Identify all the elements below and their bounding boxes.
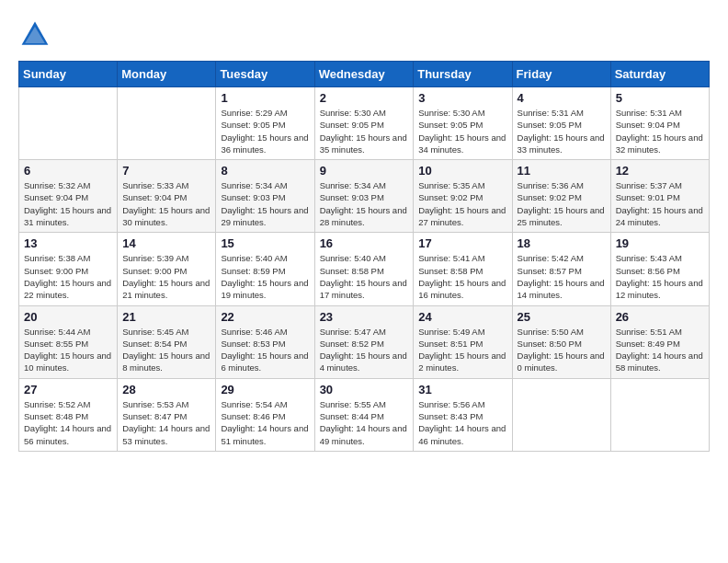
day-info: Sunrise: 5:55 AM Sunset: 8:44 PM Dayligh… — [320, 398, 409, 447]
calendar-cell: 4Sunrise: 5:31 AM Sunset: 9:05 PM Daylig… — [512, 87, 610, 160]
day-number: 4 — [518, 91, 606, 105]
calendar-cell: 26Sunrise: 5:51 AM Sunset: 8:49 PM Dayli… — [610, 305, 709, 378]
day-info: Sunrise: 5:40 AM Sunset: 8:58 PM Dayligh… — [320, 252, 409, 301]
header — [18, 18, 710, 52]
calendar-cell: 28Sunrise: 5:53 AM Sunset: 8:47 PM Dayli… — [118, 378, 216, 451]
day-number: 8 — [221, 164, 309, 178]
calendar-cell: 1Sunrise: 5:29 AM Sunset: 9:05 PM Daylig… — [216, 87, 314, 160]
calendar-header-monday: Monday — [118, 62, 216, 87]
day-number: 7 — [122, 164, 210, 178]
day-info: Sunrise: 5:33 AM Sunset: 9:04 PM Dayligh… — [122, 179, 210, 228]
calendar-cell: 15Sunrise: 5:40 AM Sunset: 8:59 PM Dayli… — [216, 233, 314, 305]
calendar-cell — [118, 87, 216, 160]
page: SundayMondayTuesdayWednesdayThursdayFrid… — [0, 0, 728, 470]
calendar-cell: 16Sunrise: 5:40 AM Sunset: 8:58 PM Dayli… — [314, 233, 414, 305]
day-info: Sunrise: 5:56 AM Sunset: 8:43 PM Dayligh… — [418, 398, 506, 447]
calendar-cell: 7Sunrise: 5:33 AM Sunset: 9:04 PM Daylig… — [118, 160, 216, 233]
day-number: 3 — [418, 91, 506, 105]
day-number: 21 — [122, 310, 210, 324]
day-number: 23 — [320, 310, 409, 324]
calendar-cell: 30Sunrise: 5:55 AM Sunset: 8:44 PM Dayli… — [314, 378, 414, 451]
calendar-cell — [610, 378, 709, 451]
day-info: Sunrise: 5:35 AM Sunset: 9:02 PM Dayligh… — [418, 179, 506, 228]
day-number: 31 — [418, 383, 506, 396]
day-number: 29 — [221, 383, 309, 396]
day-number: 25 — [518, 310, 606, 324]
day-info: Sunrise: 5:40 AM Sunset: 8:59 PM Dayligh… — [221, 252, 309, 301]
day-number: 24 — [418, 310, 506, 324]
calendar-cell: 18Sunrise: 5:42 AM Sunset: 8:57 PM Dayli… — [512, 233, 610, 305]
day-number: 22 — [221, 310, 309, 324]
day-info: Sunrise: 5:53 AM Sunset: 8:47 PM Dayligh… — [122, 398, 210, 447]
day-number: 17 — [418, 236, 506, 250]
day-number: 26 — [616, 310, 704, 324]
day-info: Sunrise: 5:30 AM Sunset: 9:05 PM Dayligh… — [320, 107, 409, 155]
day-number: 10 — [418, 164, 506, 178]
day-number: 28 — [122, 383, 210, 396]
calendar-header-friday: Friday — [512, 62, 610, 87]
calendar-cell: 24Sunrise: 5:49 AM Sunset: 8:51 PM Dayli… — [414, 305, 512, 378]
day-info: Sunrise: 5:39 AM Sunset: 9:00 PM Dayligh… — [122, 252, 210, 301]
day-number: 11 — [518, 164, 606, 178]
day-info: Sunrise: 5:30 AM Sunset: 9:05 PM Dayligh… — [418, 107, 506, 155]
calendar-cell: 29Sunrise: 5:54 AM Sunset: 8:46 PM Dayli… — [216, 378, 314, 451]
logo-icon — [18, 18, 51, 52]
day-info: Sunrise: 5:42 AM Sunset: 8:57 PM Dayligh… — [518, 252, 606, 301]
day-info: Sunrise: 5:29 AM Sunset: 9:05 PM Dayligh… — [221, 107, 309, 155]
calendar-cell: 2Sunrise: 5:30 AM Sunset: 9:05 PM Daylig… — [314, 87, 414, 160]
day-info: Sunrise: 5:31 AM Sunset: 9:04 PM Dayligh… — [616, 107, 704, 155]
calendar-cell: 6Sunrise: 5:32 AM Sunset: 9:04 PM Daylig… — [19, 160, 118, 233]
calendar-table: SundayMondayTuesdayWednesdayThursdayFrid… — [18, 61, 710, 452]
day-number: 15 — [221, 236, 309, 250]
calendar-cell — [19, 87, 118, 160]
day-info: Sunrise: 5:31 AM Sunset: 9:05 PM Dayligh… — [518, 107, 606, 155]
calendar-header-sunday: Sunday — [19, 62, 118, 87]
calendar-cell: 22Sunrise: 5:46 AM Sunset: 8:53 PM Dayli… — [216, 305, 314, 378]
calendar-week-row: 20Sunrise: 5:44 AM Sunset: 8:55 PM Dayli… — [19, 305, 710, 378]
day-number: 13 — [24, 236, 112, 250]
day-info: Sunrise: 5:51 AM Sunset: 8:49 PM Dayligh… — [616, 326, 704, 374]
calendar-cell: 10Sunrise: 5:35 AM Sunset: 9:02 PM Dayli… — [414, 160, 512, 233]
calendar-cell: 17Sunrise: 5:41 AM Sunset: 8:58 PM Dayli… — [414, 233, 512, 305]
day-info: Sunrise: 5:47 AM Sunset: 8:52 PM Dayligh… — [320, 326, 409, 374]
day-info: Sunrise: 5:50 AM Sunset: 8:50 PM Dayligh… — [518, 326, 606, 374]
day-info: Sunrise: 5:54 AM Sunset: 8:46 PM Dayligh… — [221, 398, 309, 447]
calendar-cell: 12Sunrise: 5:37 AM Sunset: 9:01 PM Dayli… — [610, 160, 709, 233]
day-number: 16 — [320, 236, 409, 250]
calendar-header-wednesday: Wednesday — [314, 62, 414, 87]
calendar-cell: 5Sunrise: 5:31 AM Sunset: 9:04 PM Daylig… — [610, 87, 709, 160]
calendar-cell: 23Sunrise: 5:47 AM Sunset: 8:52 PM Dayli… — [314, 305, 414, 378]
day-info: Sunrise: 5:38 AM Sunset: 9:00 PM Dayligh… — [24, 252, 112, 301]
day-number: 5 — [616, 91, 704, 105]
calendar-cell: 21Sunrise: 5:45 AM Sunset: 8:54 PM Dayli… — [118, 305, 216, 378]
day-info: Sunrise: 5:44 AM Sunset: 8:55 PM Dayligh… — [24, 326, 112, 374]
calendar-cell: 20Sunrise: 5:44 AM Sunset: 8:55 PM Dayli… — [19, 305, 118, 378]
calendar-cell: 25Sunrise: 5:50 AM Sunset: 8:50 PM Dayli… — [512, 305, 610, 378]
logo — [18, 18, 57, 52]
calendar-cell: 9Sunrise: 5:34 AM Sunset: 9:03 PM Daylig… — [314, 160, 414, 233]
day-number: 14 — [122, 236, 210, 250]
day-number: 20 — [24, 310, 112, 324]
calendar-week-row: 1Sunrise: 5:29 AM Sunset: 9:05 PM Daylig… — [19, 87, 710, 160]
day-info: Sunrise: 5:36 AM Sunset: 9:02 PM Dayligh… — [518, 179, 606, 228]
day-number: 12 — [616, 164, 704, 178]
day-number: 18 — [518, 236, 606, 250]
day-number: 6 — [24, 164, 112, 178]
day-number: 27 — [24, 383, 112, 396]
calendar-week-row: 27Sunrise: 5:52 AM Sunset: 8:48 PM Dayli… — [19, 378, 710, 451]
day-info: Sunrise: 5:52 AM Sunset: 8:48 PM Dayligh… — [24, 398, 112, 447]
calendar-cell: 19Sunrise: 5:43 AM Sunset: 8:56 PM Dayli… — [610, 233, 709, 305]
calendar-header-saturday: Saturday — [610, 62, 709, 87]
day-info: Sunrise: 5:45 AM Sunset: 8:54 PM Dayligh… — [122, 326, 210, 374]
calendar-cell: 11Sunrise: 5:36 AM Sunset: 9:02 PM Dayli… — [512, 160, 610, 233]
calendar-week-row: 6Sunrise: 5:32 AM Sunset: 9:04 PM Daylig… — [19, 160, 710, 233]
calendar-cell: 13Sunrise: 5:38 AM Sunset: 9:00 PM Dayli… — [19, 233, 118, 305]
calendar-header-thursday: Thursday — [414, 62, 512, 87]
calendar-cell: 27Sunrise: 5:52 AM Sunset: 8:48 PM Dayli… — [19, 378, 118, 451]
day-number: 2 — [320, 91, 409, 105]
calendar-cell: 3Sunrise: 5:30 AM Sunset: 9:05 PM Daylig… — [414, 87, 512, 160]
day-number: 30 — [320, 383, 409, 396]
day-info: Sunrise: 5:43 AM Sunset: 8:56 PM Dayligh… — [616, 252, 704, 301]
day-info: Sunrise: 5:34 AM Sunset: 9:03 PM Dayligh… — [320, 179, 409, 228]
calendar-header-row: SundayMondayTuesdayWednesdayThursdayFrid… — [19, 62, 710, 87]
